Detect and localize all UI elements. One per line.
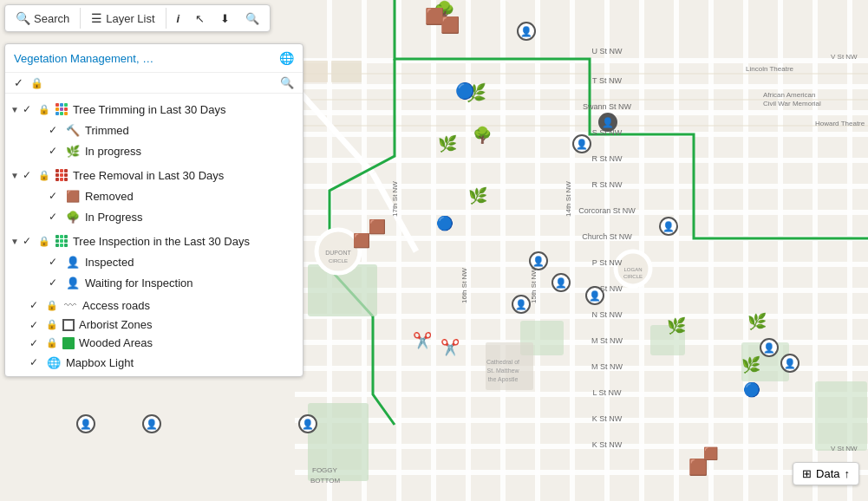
layer-panel-subheader: ✓ 🔒 🔍 <box>5 73 303 94</box>
marker-inspection[interactable]: 👤 <box>780 354 799 373</box>
layer-panel-title[interactable]: Vegetation Management, … <box>14 52 153 65</box>
marker-tree[interactable]: 🌿 <box>747 312 767 331</box>
marker-removed[interactable]: 🟫 <box>425 7 444 26</box>
svg-text:the Apostle: the Apostle <box>488 376 519 383</box>
marker-blue[interactable]: 🔵 <box>436 215 454 231</box>
svg-text:DUPONT: DUPONT <box>325 250 351 256</box>
marker-tree[interactable]: 🌿 <box>438 134 457 153</box>
download-button[interactable]: ⬇ <box>213 9 237 29</box>
svg-point-48 <box>616 251 650 286</box>
marker-inspection[interactable]: 👤 <box>142 414 161 433</box>
marker-inspection[interactable]: 👤 <box>598 113 617 132</box>
layer-item-in-progress-removal[interactable]: ✓ 🌳 In Progress <box>5 206 303 227</box>
svg-text:Civil War Memorial: Civil War Memorial <box>763 100 821 107</box>
marker-inspection[interactable]: 👤 <box>572 134 591 153</box>
in-progress-removal-label: In Progress <box>85 211 142 224</box>
layer-group-header-removal[interactable]: ▼ ✓ 🔒 Tree Removal in Last 30 Days <box>5 165 303 185</box>
layer-list: ▼ ✓ 🔒 Tree Trimming in Last 30 Days ✓ 🔨 … <box>5 94 303 376</box>
marker-inspection[interactable]: 👤 <box>659 217 678 236</box>
check-in-progress-trim[interactable]: ✓ <box>49 145 61 157</box>
svg-text:R St NW: R St NW <box>592 180 623 189</box>
layer-item-wooded-areas[interactable]: ✓ 🔒 Wooded Areas <box>5 334 303 352</box>
zoom-icon: 🔍 <box>245 12 259 25</box>
marker-tree[interactable]: 🌳 <box>434 0 455 21</box>
marker-removed[interactable]: 🟫 <box>441 16 460 35</box>
marker-tree[interactable]: 🌿 <box>468 186 487 205</box>
svg-text:Corcoran St NW: Corcoran St NW <box>578 206 636 215</box>
marker-tree[interactable]: 🌿 <box>741 355 760 374</box>
marker-inspection[interactable]: 👤 <box>760 338 779 357</box>
marker-trimming[interactable]: ✂️ <box>441 338 460 357</box>
check-inspected[interactable]: ✓ <box>49 256 61 268</box>
marker-blue[interactable]: 🔵 <box>455 81 474 101</box>
search-button[interactable]: 🔍 Search <box>9 8 76 29</box>
marker-inspection[interactable]: 👤 <box>512 295 531 314</box>
info-button[interactable]: i <box>170 9 187 29</box>
layer-list-icon: ☰ <box>91 11 102 25</box>
select-all-check[interactable]: ✓ <box>14 76 23 89</box>
layer-list-label: Layer List <box>106 12 154 25</box>
layer-group-header-trimming[interactable]: ▼ ✓ 🔒 Tree Trimming in Last 30 Days <box>5 99 303 120</box>
select-icon: ↖ <box>195 12 205 25</box>
marker-removed[interactable]: 🟫 <box>703 446 718 460</box>
inspected-label: Inspected <box>85 256 134 269</box>
download-icon: ⬇ <box>220 12 230 25</box>
marker-trimming[interactable]: ✂️ <box>413 331 432 350</box>
svg-rect-73 <box>486 342 533 390</box>
marker-tree[interactable]: 🌿 <box>667 316 686 335</box>
waiting-icon: 👤 <box>65 275 81 290</box>
check-removal[interactable]: ✓ <box>23 169 35 181</box>
svg-text:R St NW: R St NW <box>592 154 623 163</box>
marker-inspection[interactable]: 👤 <box>529 251 548 270</box>
check-removed[interactable]: ✓ <box>49 190 61 202</box>
check-waiting[interactable]: ✓ <box>49 277 61 289</box>
layer-list-button[interactable]: ☰ Layer List <box>84 8 161 29</box>
access-roads-icon: 〰 <box>62 297 78 313</box>
svg-text:BOTTOM: BOTTOM <box>310 477 340 485</box>
layer-item-in-progress-trim[interactable]: ✓ 🌿 In progress <box>5 140 303 161</box>
check-inspection[interactable]: ✓ <box>23 235 35 247</box>
layer-group-header-inspection[interactable]: ▼ ✓ 🔒 Tree Inspection in the Last 30 Day… <box>5 231 303 251</box>
zoom-button[interactable]: 🔍 <box>238 9 266 29</box>
layer-item-access-roads[interactable]: ✓ 🔒 〰 Access roads <box>5 295 303 316</box>
layer-search-icon[interactable]: 🔍 <box>280 76 294 89</box>
marker-removed[interactable]: 🟫 <box>353 232 370 249</box>
marker-tree[interactable]: 🌿 <box>465 82 486 103</box>
svg-rect-44 <box>815 381 867 451</box>
marker-removed[interactable]: 🟫 <box>689 458 708 477</box>
lock-arborist-zones: 🔒 <box>46 319 58 330</box>
layer-item-arborist-zones[interactable]: ✓ 🔒 Arborist Zones <box>5 316 303 334</box>
svg-rect-71 <box>303 61 328 82</box>
check-wooded-areas[interactable]: ✓ <box>29 337 42 349</box>
removed-label: Removed <box>85 190 134 203</box>
marker-removed[interactable]: 🟫 <box>369 218 386 235</box>
data-button[interactable]: ⊞ Data ↑ <box>793 462 859 485</box>
marker-inspection[interactable]: 👤 <box>76 414 95 433</box>
marker-inspection[interactable]: 👤 <box>517 22 536 41</box>
marker-inspection[interactable]: 👤 <box>585 286 604 305</box>
layer-item-removed[interactable]: ✓ 🟫 Removed <box>5 185 303 206</box>
trimming-grid-icon <box>54 101 69 117</box>
check-in-progress-removal[interactable]: ✓ <box>49 211 61 223</box>
check-access-roads[interactable]: ✓ <box>29 299 42 311</box>
layer-item-waiting[interactable]: ✓ 👤 Waiting for Inspection <box>5 272 303 293</box>
check-arborist-zones[interactable]: ✓ <box>29 319 42 331</box>
check-mapbox-light[interactable]: ✓ <box>29 356 42 368</box>
layer-item-trimmed[interactable]: ✓ 🔨 Trimmed <box>5 120 303 140</box>
marker-blue[interactable]: 🔵 <box>743 381 760 398</box>
marker-inspection[interactable]: 👤 <box>551 273 571 292</box>
check-trimming[interactable]: ✓ <box>23 103 35 115</box>
select-button[interactable]: ↖ <box>188 9 212 29</box>
data-grid-icon: ⊞ <box>802 467 812 480</box>
marker-inspection[interactable]: 👤 <box>298 414 317 433</box>
svg-text:M St NW: M St NW <box>591 362 623 371</box>
lock-wooded-areas: 🔒 <box>46 337 58 348</box>
marker-tree[interactable]: 🌳 <box>473 126 492 145</box>
svg-rect-72 <box>331 61 362 82</box>
layer-item-inspected[interactable]: ✓ 👤 Inspected <box>5 251 303 272</box>
svg-point-45 <box>317 230 360 273</box>
check-trimmed[interactable]: ✓ <box>49 124 61 136</box>
data-upload-icon: ↑ <box>845 467 851 480</box>
layer-item-mapbox-light[interactable]: ✓ 🌐 Mapbox Light <box>5 352 303 373</box>
svg-rect-42 <box>741 342 789 381</box>
